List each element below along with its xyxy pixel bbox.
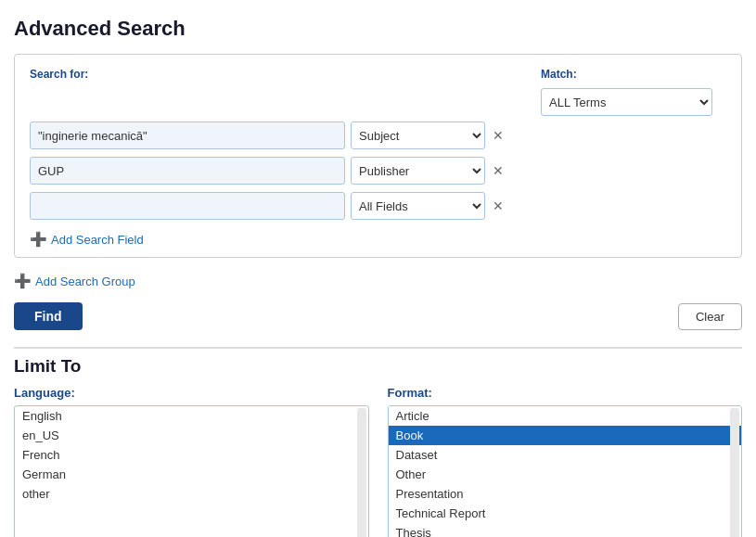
list-item-selected[interactable]: Book <box>389 426 742 445</box>
scrollbar <box>357 408 366 537</box>
remove-row-1-button[interactable]: ✕ <box>491 129 506 142</box>
limit-columns: Language: English en_US French German ot… <box>14 386 742 537</box>
format-label: Format: <box>388 386 743 400</box>
page-title: Advanced Search <box>14 17 742 41</box>
match-select[interactable]: ALL Terms ANY Terms Exact Phrase <box>541 88 712 116</box>
list-item[interactable]: other <box>15 484 368 504</box>
add-search-field-label: Add Search Field <box>51 233 144 247</box>
format-col: Format: Article Book Dataset Other Prese… <box>388 386 743 537</box>
list-item[interactable]: Dataset <box>389 445 742 465</box>
list-item[interactable]: English <box>15 406 368 426</box>
clear-button[interactable]: Clear <box>678 303 742 330</box>
list-item[interactable]: Article <box>389 406 742 426</box>
search-input-2[interactable] <box>30 157 345 185</box>
limit-to-section: Limit To Language: English en_US French … <box>14 347 742 537</box>
field-select-3[interactable]: Subject Publisher All Fields Title Autho… <box>351 192 485 220</box>
find-button[interactable]: Find <box>14 302 83 330</box>
limit-to-title: Limit To <box>14 347 742 377</box>
remove-row-3-button[interactable]: ✕ <box>491 199 506 212</box>
plus-circle-icon: ➕ <box>14 273 32 289</box>
plus-icon: ➕ <box>30 231 47 248</box>
format-listbox[interactable]: Article Book Dataset Other Presentation … <box>388 405 743 537</box>
search-row: Subject Publisher All Fields Title Autho… <box>30 121 726 149</box>
scrollbar <box>730 408 739 537</box>
add-search-group-label: Add Search Group <box>35 275 135 288</box>
language-col: Language: English en_US French German ot… <box>14 386 369 537</box>
field-select-1[interactable]: Subject Publisher All Fields Title Autho… <box>351 121 485 149</box>
language-listbox[interactable]: English en_US French German other <box>14 405 369 537</box>
field-select-2[interactable]: Subject Publisher All Fields Title Autho… <box>351 157 485 185</box>
action-buttons-row: Find Clear <box>14 302 742 330</box>
remove-row-2-button[interactable]: ✕ <box>491 164 506 177</box>
list-item[interactable]: French <box>15 445 368 465</box>
list-item[interactable]: Thesis <box>389 523 742 537</box>
search-input-1[interactable] <box>30 121 345 149</box>
search-for-label: Search for: <box>30 68 88 81</box>
list-item[interactable]: Technical Report <box>389 504 742 523</box>
add-search-group-link[interactable]: ➕ Add Search Group <box>14 273 135 289</box>
list-item[interactable]: German <box>15 465 368 484</box>
search-row: Subject Publisher All Fields Title Autho… <box>30 192 726 220</box>
add-search-field-link[interactable]: ➕ Add Search Field <box>30 231 144 248</box>
search-row: Subject Publisher All Fields Title Autho… <box>30 157 726 185</box>
list-item[interactable]: Presentation <box>389 484 742 504</box>
search-box: Search for: Match: ALL Terms ANY Terms E… <box>14 54 742 258</box>
language-label: Language: <box>14 386 369 400</box>
search-fields-col: Subject Publisher All Fields Title Autho… <box>30 121 726 248</box>
list-item[interactable]: Other <box>389 465 742 484</box>
match-label: Match: <box>541 68 726 81</box>
list-item[interactable]: en_US <box>15 426 368 445</box>
search-input-3[interactable] <box>30 192 345 220</box>
